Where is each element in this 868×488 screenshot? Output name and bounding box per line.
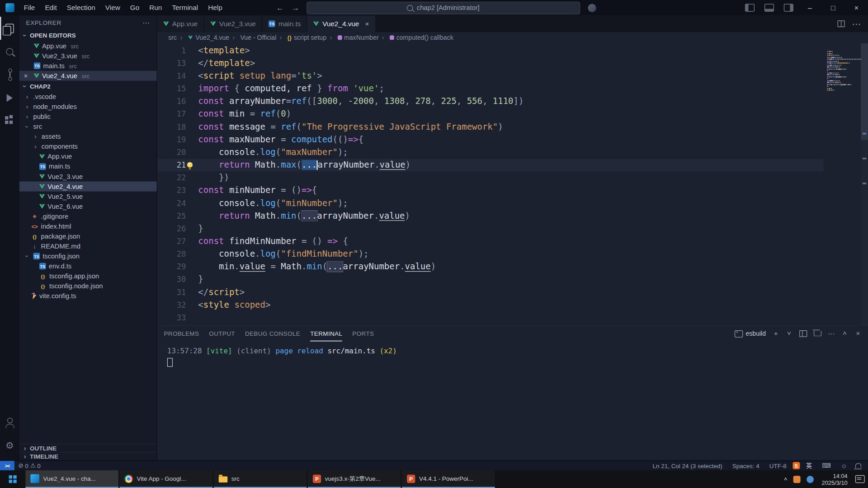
code-line[interactable]: 26} xyxy=(157,222,824,235)
code-line[interactable]: 1<template> xyxy=(157,44,824,57)
line-number[interactable]: 1 xyxy=(157,44,186,57)
open-editor-item[interactable]: ×Vue2_4.vuesrc xyxy=(19,71,157,81)
split-terminal-icon[interactable] xyxy=(799,330,807,337)
taskbar-item[interactable]: Vue2_4.vue - cha... xyxy=(25,470,118,488)
panel-tab[interactable]: PROBLEMS xyxy=(164,326,199,341)
code-line[interactable]: 18const message = ref("The Progressive J… xyxy=(157,121,824,133)
line-number[interactable]: 16 xyxy=(157,95,186,108)
menu-help[interactable]: Help xyxy=(203,4,227,12)
tray-expand-icon[interactable]: ˄ xyxy=(784,476,788,483)
kill-terminal-icon[interactable] xyxy=(813,331,821,336)
menu-run[interactable]: Run xyxy=(144,4,167,12)
sogou-ime-icon[interactable]: S xyxy=(793,462,800,469)
code-editor[interactable]: 1<template>13</template>14<script setup … xyxy=(157,43,868,325)
code-line[interactable]: 33 xyxy=(157,311,824,324)
file-row[interactable]: App.vue xyxy=(19,152,157,162)
code-line[interactable]: 22 }) xyxy=(157,172,824,184)
menu-terminal[interactable]: Terminal xyxy=(167,4,203,12)
editor-tab[interactable]: TSmain.ts xyxy=(263,15,308,32)
activity-account[interactable] xyxy=(0,411,19,434)
action-center-icon[interactable] xyxy=(855,475,865,483)
code-line[interactable]: 20 console.log("maxNumber"); xyxy=(157,146,824,159)
open-editors-header[interactable]: › OPEN EDITORS xyxy=(19,30,157,41)
line-number[interactable]: 21 xyxy=(157,159,186,171)
editor-scrollbar[interactable] xyxy=(861,43,868,325)
activity-explorer[interactable] xyxy=(0,17,19,40)
maximize-panel-icon[interactable]: ˄ xyxy=(841,330,848,338)
code-line[interactable]: 24 console.log("minNumber"); xyxy=(157,197,824,210)
line-number[interactable]: 28 xyxy=(157,248,186,261)
remote-indicator[interactable]: >< xyxy=(0,461,14,470)
encoding[interactable]: UTF-8 xyxy=(765,462,790,469)
explorer-more-icon[interactable]: ⋯ xyxy=(142,19,150,27)
code-line[interactable]: 27const findMinNumber = () => { xyxy=(157,235,824,248)
editor-tab[interactable]: App.vue xyxy=(157,15,204,32)
line-number[interactable]: 29 xyxy=(157,261,186,273)
folder-row[interactable]: ›TStsconfig.json xyxy=(19,251,157,261)
breadcrumb-item[interactable]: maxNumber xyxy=(326,34,379,41)
activity-ext[interactable] xyxy=(0,109,19,132)
panel-more-icon[interactable]: ⋯ xyxy=(828,329,835,338)
section-outline[interactable]: ›OUTLINE xyxy=(19,444,157,452)
file-row[interactable]: <>index.html xyxy=(19,221,157,231)
ime-language[interactable]: 英 xyxy=(802,461,816,469)
breadcrumb-item[interactable]: computed() callback xyxy=(379,34,453,41)
code-line[interactable]: 23const minNumber = ()=>{ xyxy=(157,184,824,197)
terminal-output[interactable]: 13:57:28 [vite] (client) page reload src… xyxy=(157,342,868,460)
menu-view[interactable]: View xyxy=(100,4,125,12)
command-center-search[interactable]: chap2 [Administrator] xyxy=(307,1,580,14)
line-number[interactable]: 20 xyxy=(157,146,186,159)
tray-icon-orange[interactable] xyxy=(793,475,801,483)
taskbar-item[interactable]: PV4.4.1 - PowerPoi... xyxy=(402,470,495,488)
line-number[interactable]: 19 xyxy=(157,133,186,146)
file-row[interactable]: Vue2_5.vue xyxy=(19,192,157,202)
open-editor-item[interactable]: App.vuesrc xyxy=(19,41,157,51)
lightbulb-icon[interactable] xyxy=(187,162,193,168)
editor-tab[interactable]: Vue2_4.vue× xyxy=(307,15,376,32)
activity-search[interactable] xyxy=(0,40,19,63)
breadcrumb-item[interactable]: {}script setup xyxy=(276,34,326,41)
breadcrumb-item[interactable]: Vue2_4.vue xyxy=(177,34,229,41)
line-number[interactable]: 17 xyxy=(157,108,186,121)
line-number[interactable]: 13 xyxy=(157,57,186,70)
breadcrumb-item[interactable]: Vue - Official xyxy=(229,34,276,41)
menu-file[interactable]: File xyxy=(19,4,40,12)
file-row[interactable]: TSmain.ts xyxy=(19,162,157,172)
close-icon[interactable]: × xyxy=(365,20,369,28)
back-button[interactable]: ← xyxy=(272,3,288,12)
keyboard-icon[interactable]: ⌨ xyxy=(818,462,835,469)
line-number[interactable]: 30 xyxy=(157,273,186,286)
code-line[interactable]: 13</template> xyxy=(157,57,824,70)
minimize-button[interactable]: – xyxy=(798,0,821,15)
line-number[interactable]: 27 xyxy=(157,235,186,248)
close-panel-icon[interactable]: × xyxy=(855,330,862,338)
code-line[interactable]: 15import { computed, ref } from 'vue'; xyxy=(157,82,824,95)
activity-debug[interactable] xyxy=(0,86,19,109)
activity-git[interactable] xyxy=(0,63,19,86)
editor-more-icon[interactable]: ⋯ xyxy=(852,19,861,29)
split-editor-icon[interactable] xyxy=(838,20,845,27)
line-number[interactable]: 31 xyxy=(157,286,186,299)
start-button[interactable] xyxy=(0,470,25,488)
tray-icon-blue[interactable] xyxy=(807,475,814,483)
line-number[interactable]: 18 xyxy=(157,121,186,133)
file-row[interactable]: Vue2_6.vue xyxy=(19,202,157,211)
folder-row[interactable]: ›assets xyxy=(19,131,157,141)
minimap[interactable] xyxy=(827,46,859,89)
file-row[interactable]: Vue2_3.vue xyxy=(19,172,157,182)
notifications-bell-icon[interactable] xyxy=(855,463,861,468)
folder-row[interactable]: ›node_modules xyxy=(19,102,157,112)
scrollbar-thumb[interactable] xyxy=(861,43,868,140)
close-button[interactable]: × xyxy=(845,0,868,15)
terminal-dropdown-icon[interactable]: ˅ xyxy=(786,330,793,338)
maximize-button[interactable]: □ xyxy=(821,0,844,15)
breadcrumb-item[interactable]: src xyxy=(168,34,177,41)
code-line[interactable]: 29 min.value = Math.min(...arrayNumber.v… xyxy=(157,261,824,273)
section-timeline[interactable]: ›TIMELINE xyxy=(19,452,157,460)
code-line[interactable]: 16const arrayNumber=ref([3000, -2000, 13… xyxy=(157,95,824,108)
menu-selection[interactable]: Selection xyxy=(62,4,100,12)
open-editor-item[interactable]: TSmain.tssrc xyxy=(19,61,157,71)
panel-tab[interactable]: TERMINAL xyxy=(310,326,342,341)
line-number[interactable]: 15 xyxy=(157,82,186,95)
folder-row[interactable]: ›.vscode xyxy=(19,92,157,102)
